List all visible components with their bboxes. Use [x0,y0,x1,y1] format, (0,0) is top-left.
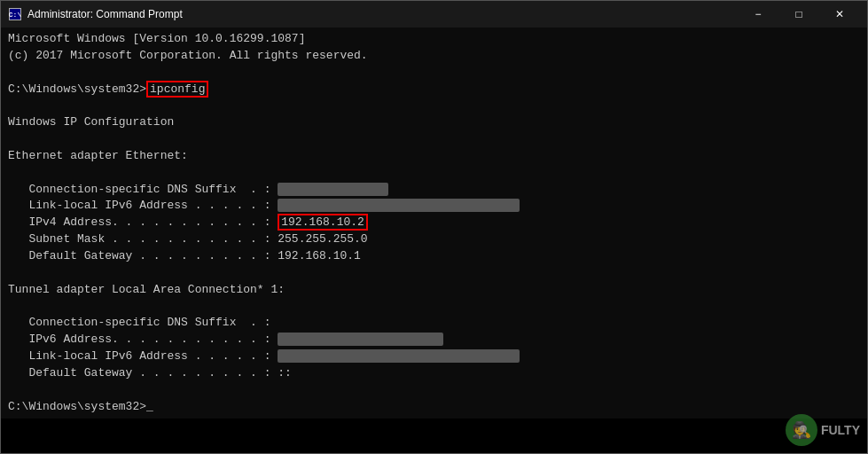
empty-4 [8,165,860,182]
line-tunnel-gateway: Default Gateway . . . . . . . . . : :: [8,365,860,382]
cmd-window: C:\ Administrator: Command Prompt − □ ✕ … [0,0,868,454]
line-tunnel-header: Tunnel adapter Local Area Connection* 1: [8,282,860,299]
console-wrapper: Microsoft Windows [Version 10.0.16299.10… [1,27,867,453]
empty-3 [8,131,860,148]
line-copyright: (c) 2017 Microsoft Corporation. All righ… [8,48,860,65]
empty-5 [8,265,860,282]
titlebar: C:\ Administrator: Command Prompt − □ ✕ [1,1,867,27]
line-dns-suffix: Connection-specific DNS Suffix . : █████… [8,182,860,199]
line-ipv4: IPv4 Address. . . . . . . . . . . : 192.… [8,215,860,231]
line-gateway: Default Gateway . . . . . . . . . : 192.… [8,248,860,265]
line-command: C:\Windows\system32>ipconfig [8,82,860,98]
empty-7 [8,382,860,399]
blurred-tunnel-ipv6: ████████████████████████ [278,333,443,346]
line-tunnel-dns: Connection-specific DNS Suffix . : [8,315,860,332]
maximize-button[interactable]: □ [778,1,819,27]
ipconfig-highlight: ipconfig [146,81,208,98]
line-prompt: C:\Windows\system32>_ [8,399,860,416]
titlebar-controls: − □ ✕ [738,1,860,27]
blurred-tunnel-link: ███████████████████████████████████ [278,349,520,363]
cmd-icon: C:\ [9,8,21,20]
line-tunnel-ipv6-link: Link-local IPv6 Address . . . . . : ████… [8,348,860,365]
line-subnet: Subnet Mask . . . . . . . . . . . : 255.… [8,231,860,248]
titlebar-icon: C:\ [8,7,22,21]
titlebar-title: Administrator: Command Prompt [27,8,738,20]
watermark-icon: 🕵️ [786,414,817,446]
close-button[interactable]: ✕ [819,1,860,27]
watermark-text: FULTY [821,423,860,437]
line-tunnel-ipv6: IPv6 Address. . . . . . . . . . . : ████… [8,332,860,348]
ipv4-highlight: 192.168.10.2 [278,214,368,231]
line-ipv6-link: Link-local IPv6 Address . . . . . : ████… [8,198,860,215]
blurred-dns: ████████████████ [278,183,388,196]
line-ethernet-header: Ethernet adapter Ethernet: [8,148,860,165]
watermark: 🕵️ FULTY [786,414,860,446]
blurred-ipv6-link: ███████████████████████████████████ [278,199,520,212]
empty-2 [8,98,860,114]
console[interactable]: Microsoft Windows [Version 10.0.16299.10… [1,27,867,419]
empty-1 [8,65,860,82]
line-version: Microsoft Windows [Version 10.0.16299.10… [8,31,860,48]
empty-6 [8,299,860,316]
line-windows-ip: Windows IP Configuration [8,114,860,131]
minimize-button[interactable]: − [738,1,778,27]
